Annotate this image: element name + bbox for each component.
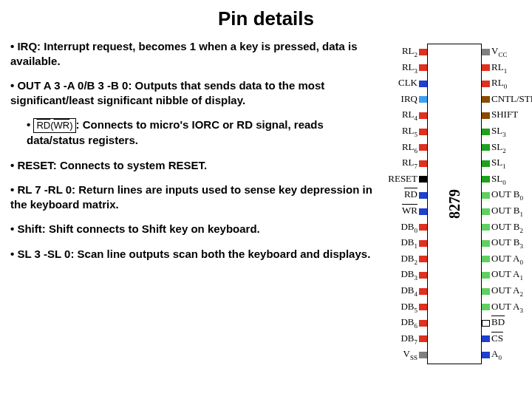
left-pin-15: DB4 xyxy=(380,283,427,298)
bullet-reset: • RESET: Connects to system RESET. xyxy=(10,158,372,173)
pin-marker xyxy=(419,335,427,342)
bullet-shift: • Shift: Shift connects to Shift key on … xyxy=(10,222,372,236)
pin-label: CS xyxy=(491,332,503,344)
pin-label: RESET xyxy=(388,173,417,184)
pin-marker xyxy=(482,240,490,247)
pin-label: DB6 xyxy=(400,316,417,327)
left-pin-8: RESET xyxy=(380,171,427,186)
pin-label: OUT A1 xyxy=(491,268,523,279)
left-pin-13: DB2 xyxy=(380,251,427,266)
pin-label: CNTL/STB xyxy=(491,93,532,104)
pin-label: SL2 xyxy=(491,141,506,152)
pin-label: RD xyxy=(404,188,417,200)
left-pin-4: RL4 xyxy=(380,107,427,122)
left-pin-0: RL2 xyxy=(380,44,427,58)
bullet-rdwr: • RD(WR): Connects to micro's IORC or RD… xyxy=(10,117,372,148)
chip-label: 8279 xyxy=(446,177,463,231)
left-pin-3: IRQ xyxy=(380,92,427,106)
bullet-out: • OUT A 3 -A 0/B 3 -B 0: Outputs that se… xyxy=(10,78,372,107)
pin-marker xyxy=(482,129,490,135)
pin-marker xyxy=(419,240,427,247)
right-pin-2: RL0 xyxy=(482,75,532,90)
bullet-rdwr-pre: • xyxy=(27,118,33,131)
right-pin-1: RL1 xyxy=(482,60,532,75)
chip-diagram: 8279 RL2RL3CLKIRQRL4RL5RL6RL7RESETRDWRDB… xyxy=(380,44,528,363)
pin-marker xyxy=(419,320,427,327)
right-pin-9: OUT B0 xyxy=(482,187,532,202)
pin-label: OUT A0 xyxy=(491,253,523,264)
bullet-rl: • RL 7 -RL 0: Return lines are inputs us… xyxy=(10,183,372,211)
left-pin-14: DB3 xyxy=(380,267,427,282)
left-pin-2: CLK xyxy=(380,75,427,90)
right-pin-4: SHIFT xyxy=(482,107,532,122)
pin-label: OUT B1 xyxy=(491,205,523,216)
right-pin-0: VCC xyxy=(482,44,532,58)
text-column: • IRQ: Interrupt request, becomes 1 when… xyxy=(0,39,380,271)
pin-label: OUT A2 xyxy=(491,284,523,296)
pin-marker xyxy=(482,272,490,279)
right-pin-14: OUT A1 xyxy=(482,267,532,282)
pin-marker xyxy=(482,81,490,87)
pin-marker xyxy=(419,64,427,71)
pin-marker xyxy=(482,160,490,167)
left-pin-10: WR xyxy=(380,203,427,218)
right-pin-17: BD xyxy=(482,315,532,330)
pin-marker xyxy=(419,352,427,358)
rdwr-box: RD(WR) xyxy=(33,118,75,134)
pin-marker xyxy=(419,96,427,103)
pin-label: RL6 xyxy=(402,141,417,152)
right-pin-16: OUT A3 xyxy=(482,299,532,314)
pin-marker xyxy=(419,192,427,199)
pin-label: DB0 xyxy=(400,221,417,232)
left-pin-5: RL5 xyxy=(380,123,427,138)
pin-marker xyxy=(482,352,490,358)
pin-label: WR xyxy=(402,205,417,216)
bullet-sl: • SL 3 -SL 0: Scan line outputs scan bot… xyxy=(10,247,372,262)
pin-label: RL1 xyxy=(491,61,507,72)
pin-marker xyxy=(419,160,427,167)
pin-marker xyxy=(482,256,490,262)
left-pin-1: RL3 xyxy=(380,60,427,75)
pin-label: DB4 xyxy=(400,284,417,296)
pin-marker xyxy=(482,64,490,71)
pin-label: OUT A3 xyxy=(491,301,523,312)
pin-label: IRQ xyxy=(401,93,417,104)
pin-marker xyxy=(482,96,490,103)
pin-marker xyxy=(419,304,427,310)
pin-marker xyxy=(419,272,427,279)
bullet-irq: • IRQ: Interrupt request, becomes 1 when… xyxy=(10,39,372,68)
pin-label: DB1 xyxy=(400,236,417,248)
right-pin-12: OUT B3 xyxy=(482,235,532,250)
pin-marker xyxy=(419,81,427,87)
pin-label: RL4 xyxy=(402,109,417,120)
pin-marker xyxy=(482,335,490,342)
pin-label: DB3 xyxy=(400,268,417,279)
pin-marker xyxy=(482,224,490,231)
left-pin-16: DB5 xyxy=(380,299,427,314)
right-pin-7: SL1 xyxy=(482,155,532,170)
pin-label: DB7 xyxy=(400,332,417,344)
right-pin-19: A0 xyxy=(482,347,532,361)
pin-label: BD xyxy=(491,316,505,327)
pin-label: DB2 xyxy=(400,253,417,264)
right-pin-8: SL0 xyxy=(482,171,532,186)
pin-marker xyxy=(419,224,427,231)
pin-marker xyxy=(482,176,490,183)
pin-marker xyxy=(419,176,427,183)
pin-label: OUT B2 xyxy=(491,221,523,232)
pin-label: RL7 xyxy=(402,157,417,168)
right-pin-10: OUT B1 xyxy=(482,203,532,218)
pin-label: RL0 xyxy=(491,77,507,88)
pin-label: SL0 xyxy=(491,173,506,184)
pin-marker xyxy=(419,144,427,151)
pin-marker xyxy=(419,112,427,119)
pin-label: A0 xyxy=(491,348,502,359)
right-pin-11: OUT B2 xyxy=(482,219,532,234)
pin-label: SL1 xyxy=(491,157,506,168)
right-pin-3: CNTL/STB xyxy=(482,92,532,106)
pin-label: RL5 xyxy=(402,125,417,136)
left-pin-17: DB6 xyxy=(380,315,427,330)
page-title: Pin details xyxy=(0,7,532,30)
chip-body: 8279 xyxy=(427,44,482,364)
pin-label: RL3 xyxy=(402,61,417,72)
